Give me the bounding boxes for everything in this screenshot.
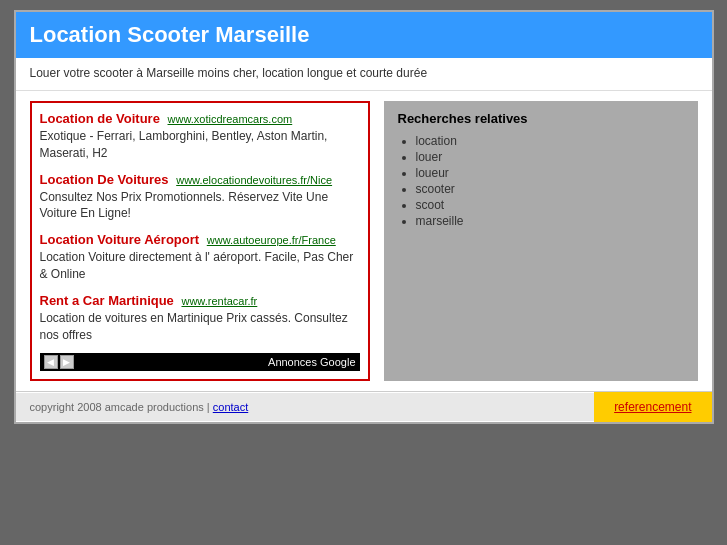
nav-arrows: ◀ ▶ [44, 355, 74, 369]
google-label: Annonces Google [268, 356, 355, 368]
ad-desc-3: Location Voiture directement à l' aéropo… [40, 249, 360, 283]
subtitle-text: Louer votre scooter à Marseille moins ch… [30, 66, 428, 80]
ad-item-2: Location De Voitures www.elocationdevoit… [40, 172, 360, 223]
ad-desc-2: Consultez Nos Prix Promotionnels. Réserv… [40, 189, 360, 223]
ad-title-2[interactable]: Location De Voitures [40, 172, 169, 187]
ad-url-1[interactable]: www.xoticdreamcars.com [168, 113, 293, 125]
ad-url-2[interactable]: www.elocationdevoitures.fr/Nice [176, 174, 332, 186]
main-content: Location de Voiture www.xoticdreamcars.c… [16, 91, 712, 391]
sidebar-item-marseille: marseille [416, 214, 684, 228]
ad-title-3[interactable]: Location Voiture Aéroport [40, 232, 200, 247]
ad-item-1: Location de Voiture www.xoticdreamcars.c… [40, 111, 360, 162]
footer: copyright 2008 amcade productions | cont… [16, 391, 712, 422]
sidebar-item-scooter: scooter [416, 182, 684, 196]
ad-footer: ◀ ▶ Annonces Google [40, 353, 360, 371]
sidebar-list: location louer loueur scooter scoot mars… [398, 134, 684, 228]
header: Location Scooter Marseille [16, 12, 712, 58]
sidebar-title: Recherches relatives [398, 111, 684, 126]
ad-title-1[interactable]: Location de Voiture [40, 111, 160, 126]
referencement-link[interactable]: referencement [614, 400, 691, 414]
copyright-text: copyright 2008 amcade productions | [30, 401, 210, 413]
ad-desc-1: Exotique - Ferrari, Lamborghini, Bentley… [40, 128, 360, 162]
ads-box: Location de Voiture www.xoticdreamcars.c… [30, 101, 370, 381]
sidebar-item-louer: louer [416, 150, 684, 164]
page-title: Location Scooter Marseille [30, 22, 698, 48]
sidebar: Recherches relatives location louer loue… [384, 101, 698, 381]
ad-title-4[interactable]: Rent a Car Martinique [40, 293, 174, 308]
sidebar-item-location: location [416, 134, 684, 148]
page-wrapper: Location Scooter Marseille Louer votre s… [14, 10, 714, 424]
subtitle-bar: Louer votre scooter à Marseille moins ch… [16, 58, 712, 91]
ad-item-4: Rent a Car Martinique www.rentacar.fr Lo… [40, 293, 360, 344]
ad-desc-4: Location de voitures en Martinique Prix … [40, 310, 360, 344]
prev-arrow[interactable]: ◀ [44, 355, 58, 369]
ad-item-3: Location Voiture Aéroport www.autoeurope… [40, 232, 360, 283]
sidebar-item-scoot: scoot [416, 198, 684, 212]
footer-left: copyright 2008 amcade productions | cont… [16, 393, 595, 421]
contact-link[interactable]: contact [213, 401, 248, 413]
ad-url-3[interactable]: www.autoeurope.fr/France [207, 234, 336, 246]
sidebar-item-loueur: loueur [416, 166, 684, 180]
next-arrow[interactable]: ▶ [60, 355, 74, 369]
footer-right: referencement [594, 392, 711, 422]
ad-url-4[interactable]: www.rentacar.fr [181, 295, 257, 307]
